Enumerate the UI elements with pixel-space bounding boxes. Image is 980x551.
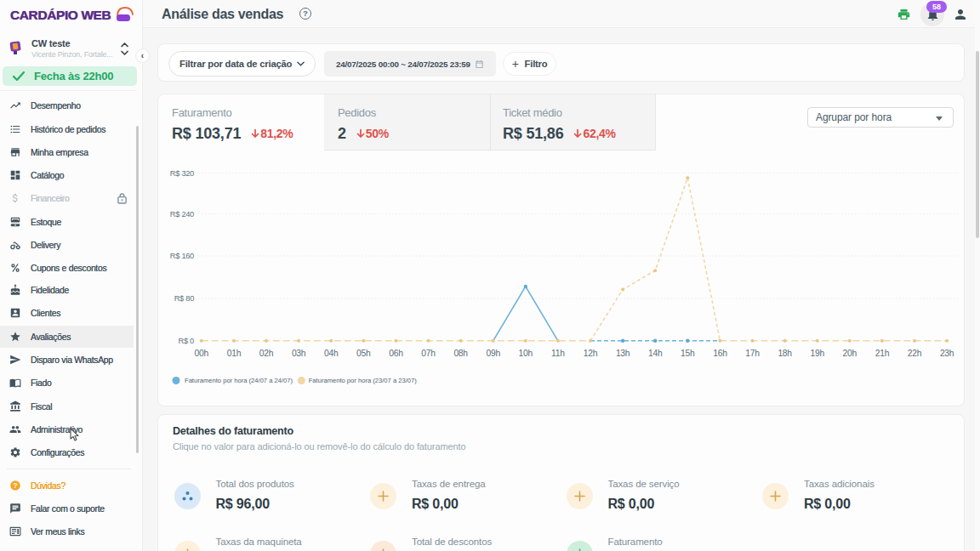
svg-text:05h: 05h bbox=[356, 349, 371, 358]
svg-text:R$ 0: R$ 0 bbox=[179, 337, 195, 345]
svg-text:02h: 02h bbox=[259, 349, 274, 358]
svg-text:22h: 22h bbox=[908, 349, 922, 358]
svg-text:R$ 80: R$ 80 bbox=[174, 294, 194, 303]
svg-text:11h: 11h bbox=[551, 349, 565, 358]
svg-text:R$ 160: R$ 160 bbox=[170, 252, 194, 260]
svg-text:03h: 03h bbox=[292, 349, 306, 358]
svg-text:15h: 15h bbox=[681, 349, 695, 358]
svg-text:18h: 18h bbox=[778, 349, 792, 358]
svg-text:Faturamento por hora (23/07 a: Faturamento por hora (23/07 a 23/07) bbox=[309, 377, 418, 384]
svg-text:R$ 240: R$ 240 bbox=[170, 210, 194, 219]
svg-text:00h: 00h bbox=[195, 349, 209, 358]
svg-text:16h: 16h bbox=[713, 349, 727, 358]
svg-text:10h: 10h bbox=[519, 349, 533, 358]
svg-text:09h: 09h bbox=[486, 349, 500, 358]
svg-text:01h: 01h bbox=[227, 349, 242, 358]
svg-text:08h: 08h bbox=[453, 349, 468, 358]
svg-text:07h: 07h bbox=[421, 349, 436, 358]
svg-text:Faturamento por hora (24/07 a: Faturamento por hora (24/07 a 24/07) bbox=[185, 377, 293, 384]
svg-text:12h: 12h bbox=[584, 349, 598, 358]
svg-text:20h: 20h bbox=[843, 349, 858, 358]
svg-text:17h: 17h bbox=[745, 349, 760, 358]
svg-text:13h: 13h bbox=[616, 349, 630, 358]
svg-text:14h: 14h bbox=[648, 349, 663, 358]
svg-text:19h: 19h bbox=[810, 349, 824, 358]
svg-text:?: ? bbox=[14, 482, 18, 490]
svg-text:04h: 04h bbox=[324, 349, 339, 358]
svg-text:21h: 21h bbox=[875, 349, 890, 358]
svg-text:06h: 06h bbox=[389, 349, 403, 358]
svg-text:R$ 320: R$ 320 bbox=[170, 169, 194, 178]
svg-text:23h: 23h bbox=[940, 349, 954, 358]
